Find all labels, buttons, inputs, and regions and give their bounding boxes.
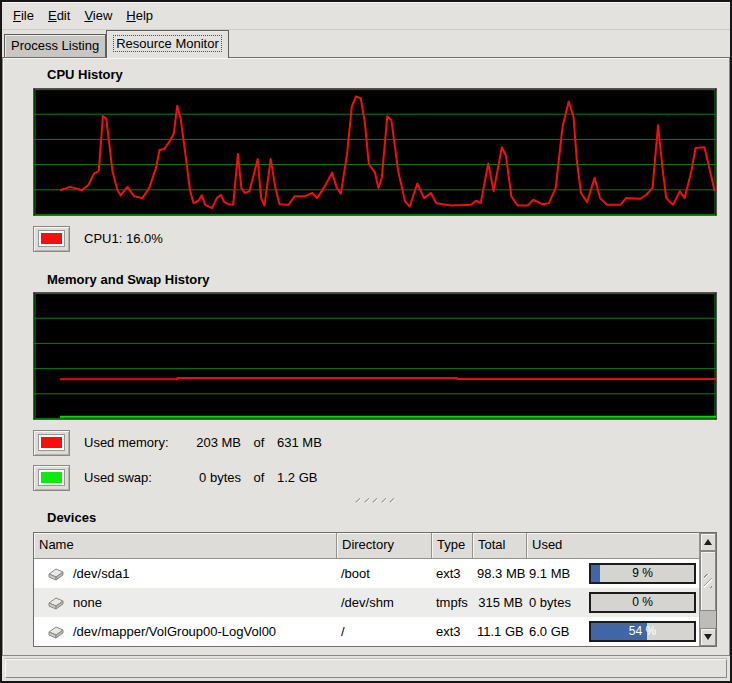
devices-table-body: /dev/sda1/bootext398.3 MB9.1 MB9 %none/d… [34, 559, 699, 646]
device-name-cell: none [34, 594, 337, 612]
device-total-cell: 315 MB [473, 595, 527, 610]
swap-color-button[interactable] [33, 465, 70, 491]
device-type-cell: ext3 [432, 624, 473, 639]
cpu-history-title: CPU History [47, 67, 717, 82]
column-header-directory[interactable]: Directory [337, 533, 432, 559]
usage-progressbar: 54 % [589, 621, 696, 642]
system-monitor-window: File Edit View Help Process Listing Reso… [0, 0, 732, 683]
memory-legend-label: Used memory: [84, 435, 179, 450]
device-directory-cell: /dev/shm [337, 595, 432, 610]
column-header-type[interactable]: Type [432, 533, 473, 559]
device-name-cell: /dev/mapper/VolGroup00-LogVol00 [34, 623, 337, 641]
device-row[interactable]: /dev/sda1/bootext398.3 MB9.1 MB9 % [34, 559, 699, 588]
cpu-color-swatch [39, 231, 64, 246]
usage-progressbar: 9 % [589, 563, 696, 584]
tab-resource-monitor-label: Resource Monitor [113, 35, 222, 52]
memory-history-chart [33, 292, 717, 420]
up-arrow-icon [704, 539, 712, 545]
usage-progressbar: 0 % [589, 592, 696, 613]
menu-view[interactable]: View [77, 4, 119, 27]
device-total-cell: 98.3 MB [473, 566, 527, 581]
device-directory-cell: / [337, 624, 432, 639]
tab-resource-monitor[interactable]: Resource Monitor [106, 30, 229, 58]
swap-color-swatch [39, 470, 64, 485]
device-row[interactable]: /dev/mapper/VolGroup00-LogVol00/ext311.1… [34, 617, 699, 646]
device-used-cell: 6.0 GB54 % [527, 621, 699, 642]
memory-history-title: Memory and Swap History [47, 272, 717, 287]
memory-color-button[interactable] [33, 430, 70, 456]
device-directory-cell: /boot [337, 566, 432, 581]
menu-help[interactable]: Help [119, 4, 160, 27]
devices-scrollbar[interactable] [699, 533, 716, 646]
disk-icon [47, 565, 65, 583]
resource-monitor-panel: CPU History CPU1: 16.0% Memory and Swap … [2, 57, 730, 656]
scrollbar-down-button[interactable] [700, 628, 716, 646]
cpu-legend: CPU1: 16.0% [33, 225, 717, 252]
scrollbar-thumb[interactable] [700, 551, 716, 611]
cpu-chart-svg [34, 89, 716, 215]
devices-table-header: Name Directory Type Total Used [34, 533, 699, 559]
device-used-cell: 0 bytes0 % [527, 592, 699, 613]
menubar: File Edit View Help [2, 2, 730, 30]
swap-legend-label: Used swap: [84, 470, 179, 485]
memory-total-value: 631 MB [277, 435, 322, 450]
swap-used-value: 0 bytes [179, 470, 241, 485]
memory-of-text: of [241, 435, 277, 450]
column-header-total[interactable]: Total [473, 533, 527, 559]
device-total-cell: 11.1 GB [473, 624, 527, 639]
disk-icon [47, 623, 65, 641]
devices-title: Devices [47, 510, 717, 525]
device-name-cell: /dev/sda1 [34, 565, 337, 583]
pane-resize-grip[interactable] [355, 497, 395, 504]
down-arrow-icon [704, 634, 712, 640]
cpu-color-button[interactable] [33, 226, 70, 252]
device-used-cell: 9.1 MB9 % [527, 563, 699, 584]
memory-color-swatch [39, 435, 64, 450]
disk-icon [47, 594, 65, 612]
memory-used-value: 203 MB [179, 435, 241, 450]
statusbar [5, 659, 727, 678]
swap-total-value: 1.2 GB [277, 470, 317, 485]
swap-legend: Used swap: 0 bytes of 1.2 GB [33, 464, 717, 491]
menu-file[interactable]: File [6, 4, 41, 27]
menu-edit[interactable]: Edit [41, 4, 77, 27]
tabbar: Process Listing Resource Monitor [2, 30, 730, 57]
column-header-name[interactable]: Name [34, 533, 337, 559]
column-header-used[interactable]: Used [527, 533, 699, 559]
tab-process-listing[interactable]: Process Listing [4, 34, 106, 57]
device-type-cell: tmpfs [432, 595, 473, 610]
scrollbar-up-button[interactable] [700, 533, 716, 551]
cpu-legend-label: CPU1: 16.0% [84, 231, 163, 246]
cpu-history-chart [33, 88, 717, 216]
device-type-cell: ext3 [432, 566, 473, 581]
memory-legend: Used memory: 203 MB of 631 MB [33, 429, 717, 456]
device-row[interactable]: none/dev/shmtmpfs315 MB0 bytes0 % [34, 588, 699, 617]
devices-table: Name Directory Type Total Used /dev/sda1… [33, 532, 717, 647]
swap-of-text: of [241, 470, 277, 485]
memory-chart-svg [34, 293, 716, 419]
